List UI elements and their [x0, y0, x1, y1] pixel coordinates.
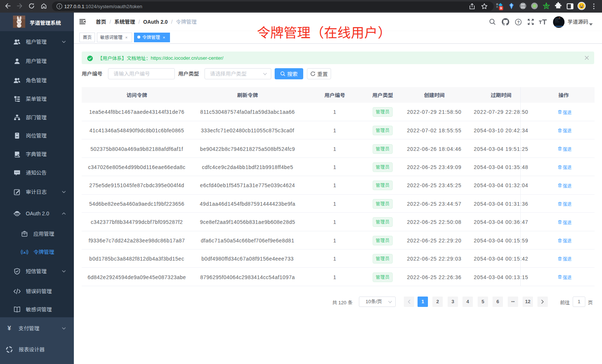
svg-text:a: a	[23, 250, 26, 254]
svg-text:9: 9	[500, 6, 502, 10]
svg-text:?: ?	[517, 20, 520, 24]
